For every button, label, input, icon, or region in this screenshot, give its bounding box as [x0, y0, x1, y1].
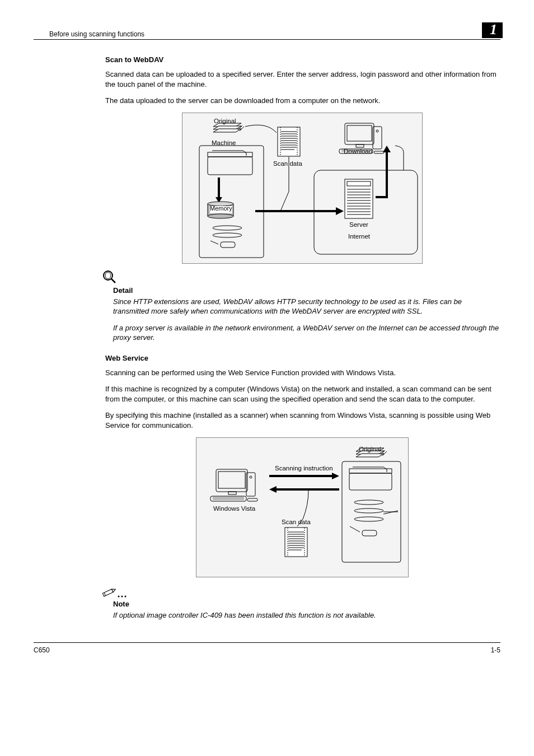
note-paragraph: If optional image controller IC-409 has …: [113, 610, 499, 620]
svg-line-99: [350, 526, 360, 532]
webservice-paragraph-3: By specifying this machine (installed as…: [105, 410, 499, 430]
svg-point-15: [213, 233, 242, 237]
footer-page-number: 1-5: [491, 646, 500, 654]
svg-rect-41: [347, 181, 371, 186]
page-header: Before using scanning functions 1: [34, 22, 500, 40]
svg-rect-6: [208, 152, 252, 157]
svg-point-33: [376, 130, 378, 132]
svg-rect-16: [221, 242, 235, 248]
diagram2-label-vista: Windows Vista: [213, 505, 255, 512]
webdav-paragraph-1: Scanned data can be uploaded to a specif…: [105, 69, 499, 89]
svg-line-97: [383, 511, 398, 514]
svg-point-95: [354, 517, 383, 521]
webdav-diagram: Original Machine Memory Scan data Downlo…: [182, 113, 423, 264]
svg-rect-38: [374, 151, 384, 153]
svg-rect-7: [208, 157, 252, 175]
diagram-label-download: Download: [344, 148, 372, 155]
svg-rect-5: [199, 146, 264, 258]
svg-rect-34: [356, 144, 364, 147]
svg-marker-70: [332, 473, 339, 479]
svg-point-12: [208, 214, 233, 218]
diagram-label-server: Server: [349, 221, 368, 228]
svg-point-104: [121, 595, 123, 597]
svg-marker-54: [383, 146, 391, 152]
svg-rect-91: [349, 469, 392, 473]
diagram2-label-original: Original: [359, 446, 381, 452]
webservice-section-title: Web Service: [105, 354, 499, 362]
note-heading: Note: [113, 600, 499, 608]
diagram-label-machine: Machine: [212, 139, 236, 146]
webservice-diagram: Original Scanning instruction Windows Vi…: [196, 437, 409, 577]
svg-rect-60: [218, 472, 245, 488]
page-footer: C650 1-5: [34, 642, 500, 654]
detail-heading: Detail: [113, 286, 499, 295]
svg-rect-68: [247, 498, 257, 501]
svg-rect-63: [228, 492, 236, 494]
diagram-label-internet: Internet: [348, 233, 370, 240]
webservice-paragraph-2: If this machine is recognized by a compu…: [105, 384, 499, 404]
webdav-paragraph-2: The data uploaded to the server can be d…: [105, 96, 499, 106]
webservice-paragraph-1: Scanning can be performed using the Web …: [105, 368, 499, 378]
diagram-label-scandata: Scan data: [273, 160, 302, 167]
detail-callout: Detail Since HTTP extensions are used, W…: [105, 286, 499, 343]
svg-point-14: [213, 226, 242, 230]
diagram-label-memory: Memory: [210, 205, 232, 212]
svg-rect-31: [347, 125, 372, 141]
svg-point-105: [125, 595, 127, 597]
header-section-title: Before using scanning functions: [34, 30, 144, 38]
webdav-section-title: Scan to WebDAV: [105, 55, 499, 64]
svg-point-57: [105, 272, 111, 279]
svg-line-17: [210, 241, 218, 244]
svg-rect-64: [210, 496, 246, 501]
svg-point-94: [354, 508, 383, 513]
chapter-number-badge: 1: [482, 22, 503, 38]
svg-rect-98: [362, 530, 377, 536]
svg-rect-92: [349, 473, 392, 490]
footer-model: C650: [34, 646, 50, 654]
magnifier-icon: [102, 269, 118, 285]
diagram2-label-scaninstr: Scanning instruction: [275, 465, 333, 472]
svg-point-62: [250, 476, 252, 478]
diagram2-label-scandata: Scan data: [282, 519, 311, 525]
svg-marker-53: [336, 207, 344, 215]
svg-line-58: [111, 279, 115, 283]
svg-point-93: [354, 500, 383, 505]
note-callout: Note If optional image controller IC-409…: [105, 600, 499, 620]
diagram-label-original: Original: [214, 118, 236, 124]
detail-paragraph-2: If a proxy server is available in the ne…: [113, 323, 499, 343]
svg-marker-72: [269, 486, 277, 493]
detail-paragraph-1: Since HTTP extensions are used, WebDAV a…: [113, 297, 499, 316]
svg-point-103: [118, 595, 120, 597]
pencil-icon: [102, 586, 128, 600]
